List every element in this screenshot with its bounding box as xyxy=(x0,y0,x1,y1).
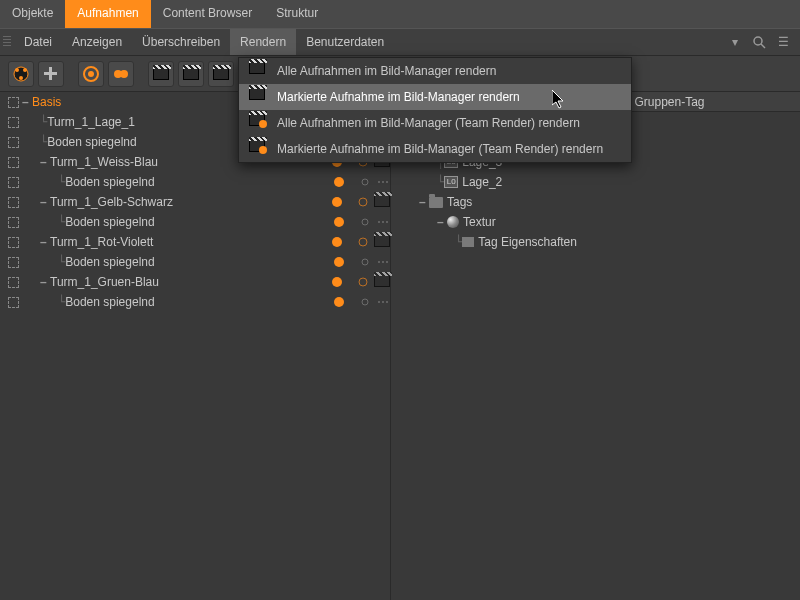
collapse-icon[interactable]: – xyxy=(40,195,50,209)
selection-icon xyxy=(6,135,20,149)
record-button[interactable] xyxy=(78,61,104,87)
clapper-icon xyxy=(249,62,267,80)
collapse-icon[interactable]: – xyxy=(22,95,32,109)
tab-aufnahmen[interactable]: Aufnahmen xyxy=(65,0,150,28)
override-tags-folder[interactable]: – Tags xyxy=(391,192,800,212)
take-label: Boden spiegelnd xyxy=(65,175,154,189)
status-dot-active xyxy=(334,177,344,187)
dots-icon xyxy=(376,295,390,309)
override-label: Lage_2 xyxy=(462,175,502,189)
clapper-icon xyxy=(374,275,390,287)
dots-icon xyxy=(376,215,390,229)
status-dot-active xyxy=(334,217,344,227)
take-boden-3[interactable]: └ Boden spiegelnd xyxy=(0,212,390,232)
selection-icon xyxy=(6,215,20,229)
collapse-icon[interactable]: – xyxy=(40,275,50,289)
col-gruppen[interactable]: Gruppen-Tag xyxy=(624,92,801,111)
tab-struktur[interactable]: Struktur xyxy=(264,0,330,28)
svg-point-27 xyxy=(359,278,367,286)
gear-icon xyxy=(358,295,372,309)
svg-point-28 xyxy=(362,299,368,305)
material-sphere-icon xyxy=(447,216,459,228)
menu-icon[interactable]: ☰ xyxy=(774,33,792,51)
dots-icon xyxy=(376,255,390,269)
svg-point-4 xyxy=(23,68,27,72)
rendern-dropdown: Alle Aufnahmen im Bild-Manager rendern M… xyxy=(238,57,632,163)
render-all-takes[interactable]: Alle Aufnahmen im Bild-Manager rendern xyxy=(239,58,631,84)
take-label: Turm_1_Rot-Violett xyxy=(50,235,153,249)
svg-point-20 xyxy=(382,221,384,223)
clapper-1-button[interactable] xyxy=(148,61,174,87)
filter-icon[interactable]: ▾ xyxy=(726,33,744,51)
svg-point-13 xyxy=(362,179,368,185)
clapper-icon xyxy=(249,88,267,106)
status-dot-active xyxy=(332,277,342,287)
render-all-label: Alle Aufnahmen im Bild-Manager rendern xyxy=(277,64,496,78)
collapse-icon[interactable]: – xyxy=(437,215,447,229)
status-dot-active xyxy=(334,257,344,267)
menu-rendern[interactable]: Rendern xyxy=(230,29,296,55)
take-add-button[interactable] xyxy=(38,61,64,87)
collapse-icon[interactable]: – xyxy=(419,195,429,209)
take-new-button[interactable] xyxy=(8,61,34,87)
menu-ueberschreiben[interactable]: Überschreiben xyxy=(132,29,230,55)
selection-icon xyxy=(6,255,20,269)
take-boden-2[interactable]: └ Boden spiegelnd xyxy=(0,172,390,192)
take-boden-4[interactable]: └ Boden spiegelnd xyxy=(0,252,390,272)
svg-point-30 xyxy=(382,301,384,303)
gear-icon xyxy=(356,275,370,289)
svg-point-31 xyxy=(386,301,388,303)
svg-rect-7 xyxy=(44,72,57,75)
selection-icon xyxy=(6,275,20,289)
override-lage2[interactable]: └ L0 Lage_2 Turm_1 xyxy=(391,172,800,192)
tag-icon xyxy=(462,237,474,247)
render-marked-take[interactable]: Markierte Aufnahme im Bild-Manager rende… xyxy=(239,84,631,110)
folder-icon xyxy=(429,197,443,208)
override-tageig[interactable]: └ Tag Eigenschaften xyxy=(391,232,800,252)
override-textur[interactable]: – Textur Boden xyxy=(391,212,800,232)
menu-anzeigen[interactable]: Anzeigen xyxy=(62,29,132,55)
collapse-icon[interactable]: – xyxy=(40,155,50,169)
take-label: Turm_1_Gruen-Blau xyxy=(50,275,159,289)
take-boden-5[interactable]: └ Boden spiegelnd xyxy=(0,292,390,312)
selection-icon xyxy=(6,235,20,249)
svg-point-18 xyxy=(362,219,368,225)
selection-icon xyxy=(6,175,20,189)
take-turm-rv[interactable]: – Turm_1_Rot-Violett xyxy=(0,232,390,252)
selection-icon xyxy=(6,115,20,129)
svg-line-1 xyxy=(761,44,765,48)
tab-objekte[interactable]: Objekte xyxy=(0,0,65,28)
svg-point-5 xyxy=(19,76,23,80)
clapper-2-button[interactable] xyxy=(178,61,204,87)
clapper-network-icon xyxy=(249,140,267,158)
clapper-network-icon xyxy=(249,114,267,132)
search-icon[interactable] xyxy=(750,33,768,51)
clapper-icon xyxy=(374,235,390,247)
folder-label: Tags xyxy=(447,195,472,209)
take-turm-gb[interactable]: – Turm_1_Gruen-Blau xyxy=(0,272,390,292)
render-all-team-label: Alle Aufnahmen im Bild-Manager (Team Ren… xyxy=(277,116,580,130)
gear-icon xyxy=(358,215,372,229)
render-marked-team[interactable]: Markierte Aufnahme im Bild-Manager (Team… xyxy=(239,136,631,162)
cursor-icon xyxy=(552,90,568,110)
svg-point-19 xyxy=(378,221,380,223)
render-all-team[interactable]: Alle Aufnahmen im Bild-Manager (Team Ren… xyxy=(239,110,631,136)
menu-datei[interactable]: Datei xyxy=(14,29,62,55)
take-label: Turm_1_Gelb-Schwarz xyxy=(50,195,173,209)
takes-tree: – Basis └ Turm_1_Lage_1 └ Boden spiegeln… xyxy=(0,92,390,600)
selection-icon xyxy=(6,95,20,109)
svg-point-22 xyxy=(359,238,367,246)
svg-point-26 xyxy=(386,261,388,263)
svg-point-16 xyxy=(386,181,388,183)
take-turm-gs[interactable]: – Turm_1_Gelb-Schwarz xyxy=(0,192,390,212)
svg-point-15 xyxy=(382,181,384,183)
selection-icon xyxy=(6,195,20,209)
clapper-3-button[interactable] xyxy=(208,61,234,87)
collapse-icon[interactable]: – xyxy=(40,235,50,249)
tab-content-browser[interactable]: Content Browser xyxy=(151,0,264,28)
svg-point-3 xyxy=(15,68,19,72)
menu-benutzerdaten[interactable]: Benutzerdaten xyxy=(296,29,394,55)
link-button[interactable] xyxy=(108,61,134,87)
panel-grip-icon[interactable] xyxy=(0,28,14,56)
gear-icon xyxy=(356,235,370,249)
